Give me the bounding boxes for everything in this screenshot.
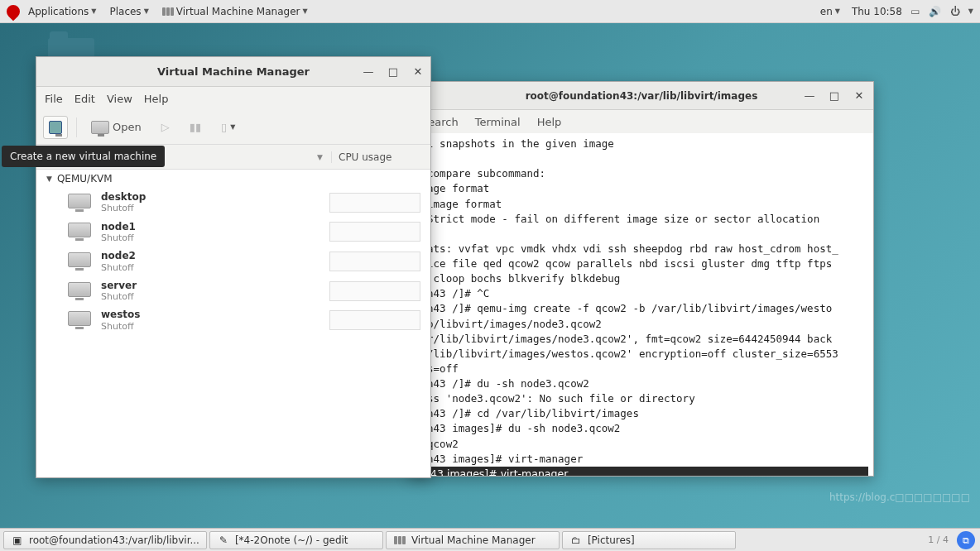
- menu-file[interactable]: File: [45, 93, 63, 105]
- maximize-button[interactable]: □: [829, 90, 840, 102]
- monitor-icon: [68, 223, 91, 241]
- pause-icon: ▮▮: [190, 121, 201, 133]
- monitor-new-icon: [49, 121, 62, 134]
- task-gedit[interactable]: ✎ [*4-2Onote (~/) - gedit: [209, 531, 383, 549]
- vm-state: Shutoff: [101, 291, 329, 302]
- cpu-usage-graph: [329, 252, 420, 271]
- run-button[interactable]: ▷: [156, 117, 175, 137]
- clock[interactable]: Thu 10:58: [852, 6, 902, 17]
- vm-state: Shutoff: [101, 262, 329, 273]
- vm-state: Shutoff: [101, 203, 329, 213]
- power-icon[interactable]: ⏻: [949, 5, 962, 18]
- vm-row[interactable]: serverShutoff: [36, 276, 430, 306]
- close-button[interactable]: ✕: [412, 66, 424, 78]
- stop-icon: ▯: [221, 121, 227, 133]
- play-icon: ▷: [161, 121, 170, 133]
- vm-row[interactable]: node1Shutoff: [36, 218, 430, 247]
- chevron-down-icon: ▼: [835, 7, 840, 15]
- menu-view[interactable]: View: [107, 93, 132, 105]
- vm-state: Shutoff: [101, 321, 329, 332]
- task-pictures[interactable]: 🗀 [Pictures]: [562, 531, 736, 549]
- vm-name: desktop: [101, 191, 329, 203]
- workspace-switcher[interactable]: ⧉: [957, 531, 975, 549]
- tree-collapse-icon[interactable]: ▼: [46, 175, 52, 183]
- taskbar: ▣ root@foundation43:/var/lib/libvir... ✎…: [0, 528, 980, 551]
- maximize-button[interactable]: □: [387, 66, 399, 78]
- vmm-title: Virtual Machine Manager: [157, 65, 310, 78]
- monitor-icon: [91, 121, 109, 134]
- display-icon[interactable]: ▭: [909, 5, 922, 18]
- applications-menu[interactable]: Applications ▼: [23, 4, 101, 19]
- vm-name: westos: [101, 309, 329, 320]
- distro-icon: [4, 2, 23, 21]
- cpu-usage-graph: [329, 281, 420, 301]
- menu-edit[interactable]: Edit: [74, 93, 95, 105]
- desktop[interactable]: root@foundation43:/var/lib/libvirt/image…: [0, 23, 980, 528]
- menu-help[interactable]: Help: [144, 93, 169, 105]
- close-button[interactable]: ✕: [853, 90, 865, 102]
- terminal-titlebar[interactable]: root@foundation43:/var/lib/libvirt/image…: [410, 82, 873, 110]
- minimize-button[interactable]: —: [363, 66, 374, 78]
- monitor-icon: [68, 311, 91, 329]
- vm-row[interactable]: node2Shutoff: [36, 247, 430, 276]
- vm-row[interactable]: westosShutoff: [36, 305, 430, 335]
- task-label: [Pictures]: [588, 534, 635, 546]
- places-menu[interactable]: Places ▼: [104, 4, 153, 19]
- task-label: Virtual Machine Manager: [411, 534, 536, 546]
- task-terminal[interactable]: ▣ root@foundation43:/var/lib/libvir...: [3, 531, 207, 549]
- cpu-usage-graph: [329, 222, 420, 242]
- cpu-usage-graph: [329, 193, 420, 213]
- terminal-icon: ▣: [11, 534, 24, 546]
- tooltip: Create a new virtual machine: [2, 146, 165, 167]
- vmm-vm-list[interactable]: ▼ QEMU/KVM desktopShutoffnode1Shutoffnod…: [36, 170, 430, 477]
- monitor-icon: [68, 252, 91, 271]
- pause-button[interactable]: ▮▮: [184, 117, 207, 137]
- vm-name: node2: [101, 250, 329, 261]
- separator: [76, 117, 77, 137]
- vmm-window[interactable]: Virtual Machine Manager — □ ✕ File Edit …: [36, 56, 431, 478]
- volume-icon[interactable]: 🔊: [929, 5, 942, 18]
- terminal-title: root@foundation43:/var/lib/libvirt/image…: [526, 90, 758, 102]
- vm-row[interactable]: desktopShutoff: [36, 188, 430, 218]
- terminal-menubar: Search Terminal Help: [410, 110, 873, 133]
- host-row[interactable]: ▼ QEMU/KVM: [36, 170, 430, 188]
- chevron-down-icon: ▼: [230, 123, 235, 131]
- monitor-icon: [68, 194, 91, 212]
- chevron-down-icon: ▼: [91, 7, 96, 15]
- terminal-body[interactable]: all snapshots in the given image o compa…: [410, 133, 873, 476]
- menu-terminal[interactable]: Terminal: [475, 116, 521, 128]
- lang-label: en: [820, 6, 833, 17]
- vm-name: server: [101, 280, 329, 291]
- active-app-label: Virtual Machine Manager: [176, 6, 300, 17]
- open-label: Open: [113, 121, 142, 133]
- folder-icon: 🗀: [569, 534, 583, 546]
- vmm-menubar: File Edit View Help: [36, 87, 430, 110]
- lang-indicator[interactable]: en ▼: [815, 4, 845, 19]
- places-label: Places: [109, 6, 141, 17]
- vm-state: Shutoff: [101, 232, 329, 243]
- new-vm-button[interactable]: [43, 116, 68, 139]
- vmm-titlebar[interactable]: Virtual Machine Manager — □ ✕: [36, 57, 430, 87]
- top-panel: Applications ▼ Places ▼ Virtual Machine …: [0, 0, 980, 23]
- col-cpu-label[interactable]: CPU usage: [339, 151, 392, 163]
- terminal-window[interactable]: root@foundation43:/var/lib/libvirt/image…: [409, 81, 874, 477]
- active-app-menu[interactable]: Virtual Machine Manager ▼: [157, 4, 313, 19]
- sort-desc-icon[interactable]: ▼: [317, 153, 323, 161]
- vmm-icon: [393, 534, 406, 546]
- applications-label: Applications: [28, 6, 89, 17]
- cpu-usage-graph: [329, 310, 420, 330]
- watermark: https://blog.c□□□□□□□□: [829, 491, 970, 503]
- vmm-app-icon: [162, 7, 174, 16]
- task-label: [*4-2Onote (~/) - gedit: [235, 534, 348, 546]
- host-label: QEMU/KVM: [57, 173, 113, 184]
- minimize-button[interactable]: —: [804, 90, 815, 102]
- task-vmm[interactable]: Virtual Machine Manager: [386, 531, 560, 549]
- open-vm-button[interactable]: Open: [85, 117, 147, 138]
- monitor-icon: [68, 282, 91, 300]
- gedit-icon: ✎: [217, 534, 230, 546]
- shutdown-button[interactable]: ▯▼: [215, 117, 241, 137]
- vmm-toolbar: Open ▷ ▮▮ ▯▼: [36, 110, 430, 145]
- menu-help[interactable]: Help: [537, 116, 562, 128]
- chevron-down-icon: ▼: [144, 7, 149, 15]
- chevron-down-icon: ▼: [302, 7, 307, 15]
